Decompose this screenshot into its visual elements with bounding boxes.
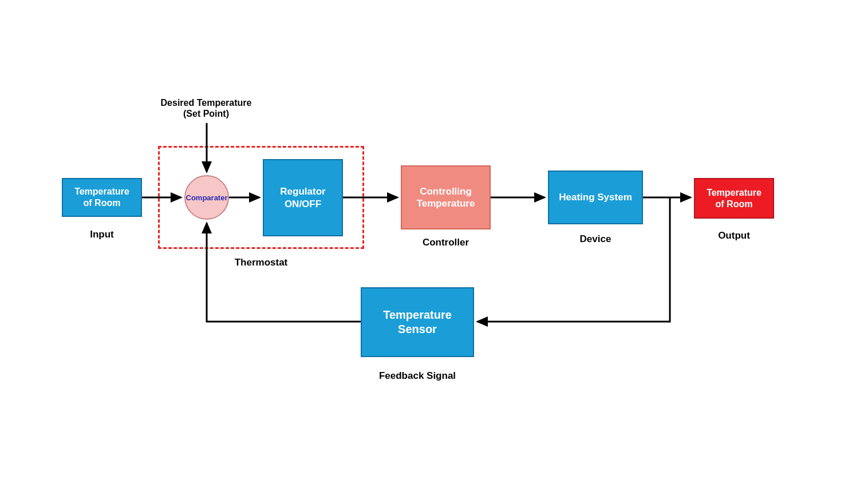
output-block: Temperature of Room <box>694 178 774 219</box>
regulator-block: Regulator ON/OFF <box>263 159 343 236</box>
diagram-canvas: Temperature of Room Input Comparater Reg… <box>0 0 868 499</box>
sensor-caption: Feedback Signal <box>361 370 474 382</box>
device-block: Heating System <box>548 171 643 224</box>
controller-text: Controlling Temperature <box>417 185 475 210</box>
setpoint-line1: Desired Temperature <box>161 98 252 108</box>
comparator-circle: Comparater <box>184 175 229 220</box>
controller-block: Controlling Temperature <box>401 165 491 229</box>
sensor-text: Temperature Sensor <box>383 308 452 336</box>
sensor-block: Temperature Sensor <box>361 287 474 357</box>
regulator-text: Regulator ON/OFF <box>280 185 325 210</box>
arrows-layer <box>0 0 868 499</box>
setpoint-line2: (Set Point) <box>183 109 229 118</box>
setpoint-label: Desired Temperature (Set Point) <box>149 97 263 119</box>
controller-caption: Controller <box>401 237 491 248</box>
output-text: Temperature of Room <box>707 187 762 210</box>
device-text: Heating System <box>559 191 632 203</box>
input-block-text: Temperature of Room <box>74 186 129 209</box>
comparator-text: Comparater <box>186 193 228 202</box>
device-caption: Device <box>548 233 643 245</box>
input-block: Temperature of Room <box>62 178 142 217</box>
output-caption: Output <box>694 230 774 241</box>
input-caption: Input <box>62 229 142 240</box>
thermostat-label: Thermostat <box>158 257 364 268</box>
